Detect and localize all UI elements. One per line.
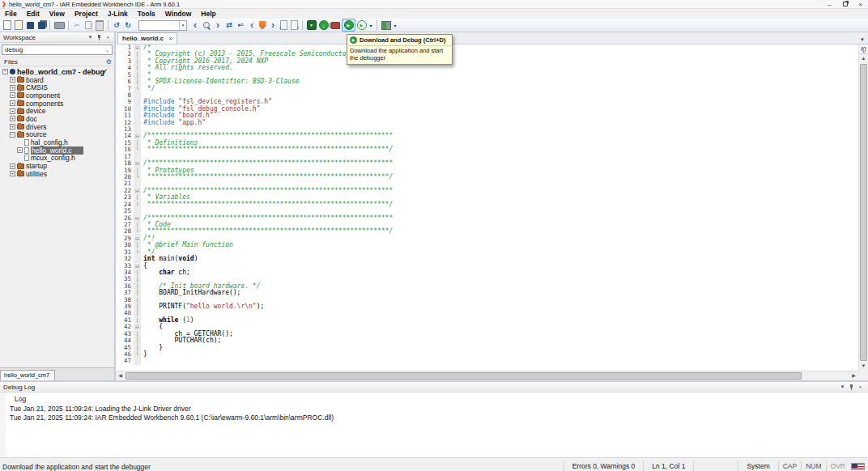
prev-bookmark-icon[interactable]: ‹ (246, 19, 257, 32)
toggle-bookmark-icon[interactable]: ▸≡ (235, 19, 246, 32)
fold-toggle-icon[interactable]: ⊟ (134, 324, 141, 330)
tree-item-hello-world-c[interactable]: +hello_world.c (0, 146, 114, 155)
expand-toggle-icon[interactable]: + (10, 108, 15, 114)
tree-item-startup[interactable]: +startup (0, 162, 114, 170)
function-list-button[interactable]: f() (859, 45, 868, 54)
fold-toggle-icon[interactable]: ⊟ (134, 236, 141, 242)
close-button[interactable]: × (853, 0, 868, 9)
tree-item-source[interactable]: −source (0, 131, 114, 139)
menu-help[interactable]: Help (196, 9, 220, 19)
fold-toggle-icon[interactable]: ⊟ (134, 215, 141, 222)
download-icon[interactable] (317, 19, 330, 32)
tree-item-device[interactable]: +device (0, 107, 114, 115)
menu-view[interactable]: View (45, 9, 70, 19)
menu-file[interactable]: File (0, 9, 22, 19)
scroll-up-icon[interactable]: ▲ (859, 54, 868, 63)
scrollbar-corner (858, 371, 868, 380)
code-editor[interactable]: 1⊟/*2│ * Copyright (c) 2013 - 2015, Free… (116, 45, 858, 371)
editor-tab[interactable]: hello_world.c × (117, 32, 177, 44)
prev-document-icon[interactable] (279, 19, 289, 32)
panel-menu-icon[interactable]: ▼ (86, 35, 95, 40)
tree-item-drivers[interactable]: +drivers (0, 123, 114, 131)
menu-j-link[interactable]: J-Link (103, 9, 133, 19)
tree-item-components[interactable]: +components (0, 100, 114, 108)
tree-item-hello-world-cm7-debug[interactable]: −hello_world_cm7 - debug✓ (0, 68, 114, 76)
scroll-right-icon[interactable]: ▶ (849, 371, 858, 380)
debug-without-downloading-icon[interactable] (355, 19, 368, 32)
minimize-button[interactable]: – (822, 0, 837, 9)
chevron-down-icon[interactable]: ▾ (179, 21, 186, 30)
nav-back-icon[interactable]: ‹ (189, 19, 201, 32)
scroll-left-icon[interactable]: ◀ (116, 371, 125, 380)
maximize-button[interactable] (837, 0, 853, 9)
expand-toggle-icon[interactable]: + (10, 100, 15, 106)
horizontal-scroll-thumb[interactable] (126, 372, 802, 380)
fold-toggle-icon[interactable]: ⊟ (134, 45, 141, 51)
expand-toggle-icon[interactable]: + (10, 77, 15, 83)
board-config-icon[interactable] (380, 19, 392, 32)
next-bookmark-icon[interactable]: › (267, 19, 279, 32)
expand-toggle-icon[interactable]: − (10, 132, 15, 138)
workspace-tab[interactable]: hello_world_cm7 (0, 370, 55, 380)
board-dropdown-icon[interactable]: ▾ (392, 19, 398, 32)
fold-gutter: │ (134, 297, 141, 303)
cut-icon[interactable]: ✂ (71, 19, 83, 32)
tree-item-doc[interactable]: +doc (0, 115, 114, 123)
search-icon[interactable] (201, 19, 212, 32)
vertical-scrollbar[interactable]: f() ▲ ▼ (858, 45, 868, 371)
nav-forward-icon[interactable]: › (212, 19, 223, 32)
pin-icon[interactable] (847, 384, 856, 391)
vertical-scroll-thumb[interactable] (860, 64, 867, 361)
next-document-icon[interactable] (289, 19, 300, 32)
goto-reference-icon[interactable]: ⇄ (223, 19, 235, 32)
expand-toggle-icon[interactable]: + (10, 116, 15, 121)
menu-window[interactable]: Window (160, 9, 197, 19)
tree-item-mcux-config-h[interactable]: mcux_config.h (0, 155, 114, 163)
gear-icon[interactable]: ⚙ (106, 58, 112, 66)
search-combo[interactable]: ▾ (138, 20, 187, 31)
tab-close-icon[interactable]: × (168, 35, 172, 42)
expand-toggle-icon[interactable]: + (10, 124, 15, 129)
menu-tools[interactable]: Tools (133, 9, 160, 19)
download-and-debug-icon[interactable] (342, 19, 355, 32)
fold-toggle-icon[interactable]: ⊟ (134, 133, 141, 139)
fold-toggle-icon[interactable]: ⊟ (134, 263, 141, 269)
expand-toggle-icon[interactable]: + (17, 147, 23, 153)
redo-icon[interactable]: ↻ (122, 19, 134, 32)
language-flag-icon[interactable] (851, 463, 865, 470)
make-icon[interactable] (305, 19, 317, 32)
open-document-icon[interactable] (13, 19, 24, 32)
menu-edit[interactable]: Edit (22, 9, 45, 19)
scroll-down-icon[interactable]: ▼ (859, 362, 868, 371)
menu-project[interactable]: Project (70, 9, 103, 19)
tree-item-board[interactable]: +board (0, 76, 114, 84)
config-selector[interactable]: debug ⌄ (2, 45, 113, 55)
expand-toggle-icon[interactable]: + (10, 171, 15, 176)
tree-item-hal-config-h[interactable]: hal_config.h (0, 138, 114, 146)
horizontal-scrollbar[interactable]: ◀ ▶ (116, 371, 858, 380)
pin-icon[interactable] (95, 34, 104, 41)
fold-toggle-icon[interactable]: ⊟ (134, 160, 141, 167)
tree-item-component[interactable]: +component (0, 91, 114, 100)
expand-toggle-icon[interactable]: + (10, 163, 15, 169)
expand-toggle-icon[interactable]: − (2, 69, 8, 74)
copy-icon[interactable] (83, 19, 94, 32)
debug-dropdown-icon[interactable]: ▾ (368, 19, 374, 32)
fold-toggle-icon[interactable]: ⊟ (134, 188, 141, 194)
panel-close-icon[interactable]: × (104, 35, 113, 40)
tree-item-cmsis[interactable]: +CMSIS (0, 83, 114, 91)
tab-list-dropdown-icon[interactable]: ▼ (860, 37, 868, 44)
panel-menu-icon[interactable]: ▼ (838, 384, 847, 389)
undo-icon[interactable]: ↺ (111, 19, 122, 32)
tree-item-utilities[interactable]: +utilities (0, 170, 114, 178)
paste-icon[interactable] (94, 19, 105, 32)
save-icon[interactable] (24, 19, 36, 32)
new-document-icon[interactable] (2, 19, 13, 32)
panel-close-icon[interactable]: × (856, 384, 865, 389)
expand-toggle-icon[interactable]: + (10, 85, 15, 91)
shield-icon[interactable] (257, 19, 267, 32)
save-all-icon[interactable] (36, 19, 47, 32)
expand-toggle-icon[interactable]: + (10, 92, 15, 98)
print-icon[interactable] (53, 19, 66, 32)
attach-debugger-icon[interactable] (330, 19, 342, 32)
